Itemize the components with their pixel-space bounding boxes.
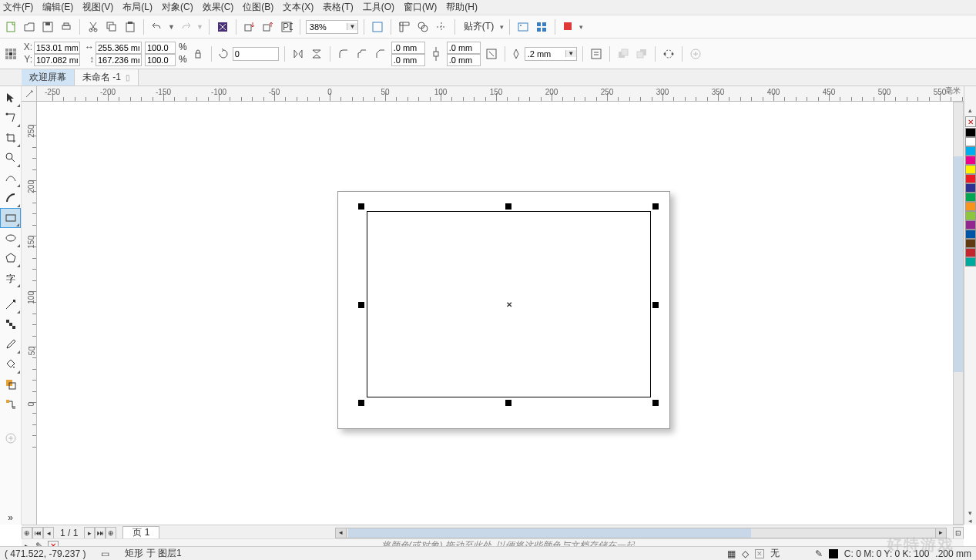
ellipse-tool[interactable] xyxy=(0,228,21,248)
add-page-icon[interactable]: ⊕ xyxy=(22,527,32,539)
zoom-combo[interactable]: ▼ xyxy=(306,20,358,34)
scale-y-input[interactable] xyxy=(145,54,176,66)
origin-icon[interactable] xyxy=(3,46,18,62)
rectangle-tool[interactable] xyxy=(0,208,21,228)
redo-icon[interactable] xyxy=(178,19,193,35)
save-icon[interactable] xyxy=(40,19,55,35)
selection-center-icon[interactable]: ✕ xyxy=(506,300,512,309)
convert-curves-icon[interactable] xyxy=(661,46,676,62)
quick-customize-tool[interactable] xyxy=(0,428,21,448)
color-swatch[interactable] xyxy=(965,146,976,156)
close-tab-icon[interactable]: ▯ xyxy=(126,73,130,82)
color-swatch[interactable] xyxy=(965,165,976,174)
outline-width-combo[interactable]: ▼ xyxy=(525,47,577,61)
flyout-expand-icon[interactable]: » xyxy=(0,511,21,525)
tab-untitled[interactable]: 未命名 -1▯ xyxy=(75,69,139,86)
snap-to-label[interactable]: 贴齐(T) xyxy=(461,20,497,33)
handle-bm[interactable] xyxy=(505,400,511,406)
hscroll-left-icon[interactable]: ◂ xyxy=(336,528,347,538)
menu-bitmap[interactable]: 位图(B) xyxy=(243,1,273,14)
app-launcher-icon[interactable] xyxy=(534,19,549,35)
open-icon[interactable] xyxy=(22,19,37,35)
handle-mr[interactable] xyxy=(652,302,659,308)
corner-chamfer-icon[interactable] xyxy=(373,46,388,62)
to-back-icon[interactable] xyxy=(634,46,649,62)
nav-tool-icon[interactable]: ⊡ xyxy=(953,527,964,539)
copy-icon[interactable] xyxy=(104,19,119,35)
zoom-tool[interactable] xyxy=(0,148,21,168)
guides-icon[interactable] xyxy=(434,19,449,35)
dropshadow-tool[interactable] xyxy=(0,294,21,314)
corner-br-input[interactable] xyxy=(447,54,481,66)
menu-file[interactable]: 文件(F) xyxy=(3,1,33,14)
color-swatch[interactable] xyxy=(965,128,976,137)
horizontal-ruler[interactable]: -250-200-150-100-50050100150200250300350… xyxy=(37,86,964,102)
paste-icon[interactable] xyxy=(122,19,138,35)
shape-tool[interactable] xyxy=(0,108,21,128)
color-swatch[interactable] xyxy=(965,211,976,220)
color-swatch[interactable] xyxy=(965,248,976,257)
export-icon[interactable] xyxy=(260,19,276,35)
handle-tl[interactable] xyxy=(358,203,364,210)
height-input[interactable] xyxy=(96,54,142,66)
color-swatch[interactable] xyxy=(965,257,976,267)
print-icon[interactable] xyxy=(59,19,74,35)
horizontal-scrollbar[interactable]: ◂ ▸ xyxy=(335,528,947,538)
vscroll-thumb[interactable] xyxy=(954,156,963,372)
next-page-icon[interactable]: ▸ xyxy=(84,527,95,539)
handle-br[interactable] xyxy=(652,400,659,406)
to-front-icon[interactable] xyxy=(615,46,631,62)
fill-dropdown-icon[interactable] xyxy=(561,19,576,35)
width-input[interactable] xyxy=(96,42,142,54)
mirror-v-icon[interactable] xyxy=(309,46,324,62)
corner-round-icon[interactable] xyxy=(336,46,351,62)
new-icon[interactable] xyxy=(3,19,18,35)
relative-corner-icon[interactable] xyxy=(484,46,499,62)
wrap-text-icon[interactable] xyxy=(589,46,604,62)
scale-x-input[interactable] xyxy=(145,42,176,54)
outline-pen-status-icon[interactable]: ✎ xyxy=(815,548,823,559)
last-page-icon[interactable]: ⏭ xyxy=(95,527,106,539)
corner-tr-input[interactable] xyxy=(447,42,481,54)
import-icon[interactable] xyxy=(242,19,257,35)
menu-text[interactable]: 文本(X) xyxy=(283,1,314,14)
color-swatch[interactable] xyxy=(965,220,976,230)
search-content-icon[interactable] xyxy=(215,19,230,35)
menu-help[interactable]: 帮助(H) xyxy=(446,1,478,14)
fullscreen-icon[interactable] xyxy=(370,19,385,35)
outline-width-input[interactable] xyxy=(525,49,565,59)
vertical-scrollbar[interactable] xyxy=(953,102,964,525)
pick-tool[interactable] xyxy=(0,88,21,108)
no-color-swatch[interactable] xyxy=(965,116,976,127)
menu-window[interactable]: 窗口(W) xyxy=(404,1,437,14)
ruler-origin[interactable] xyxy=(22,86,37,102)
menu-edit[interactable]: 编辑(E) xyxy=(42,1,73,14)
quick-customize-icon[interactable] xyxy=(688,46,703,62)
fill-swatch-icon[interactable]: ◇ xyxy=(742,548,749,559)
handle-tm[interactable] xyxy=(505,203,511,210)
rulers-icon[interactable] xyxy=(397,19,412,35)
transparency-tool[interactable] xyxy=(0,314,21,334)
crop-tool[interactable] xyxy=(0,128,21,148)
menu-table[interactable]: 表格(T) xyxy=(323,1,353,14)
handle-bl[interactable] xyxy=(358,400,364,406)
color-swatch[interactable] xyxy=(965,239,976,248)
menu-object[interactable]: 对象(C) xyxy=(162,1,193,14)
first-page-icon[interactable]: ⏮ xyxy=(32,527,43,539)
publish-pdf-icon[interactable]: PDF xyxy=(279,19,294,35)
menu-effect[interactable]: 效果(C) xyxy=(203,1,234,14)
color-swatch[interactable] xyxy=(965,183,976,193)
drawing-canvas[interactable]: ✕ xyxy=(37,102,964,525)
y-input[interactable] xyxy=(34,54,80,66)
undo-icon[interactable] xyxy=(149,19,165,35)
connector-tool[interactable] xyxy=(0,394,21,414)
link-corners-icon[interactable] xyxy=(428,46,444,62)
zoom-value[interactable] xyxy=(307,22,347,32)
color-swatch[interactable] xyxy=(965,156,976,165)
menu-tools[interactable]: 工具(O) xyxy=(363,1,394,14)
page-1-tab[interactable]: 页 1 xyxy=(122,526,159,540)
color-swatch[interactable] xyxy=(965,137,976,146)
palette-flyout-icon[interactable]: ◂ xyxy=(964,517,976,525)
color-swatch[interactable] xyxy=(965,193,976,202)
lock-ratio-icon[interactable] xyxy=(190,46,206,62)
